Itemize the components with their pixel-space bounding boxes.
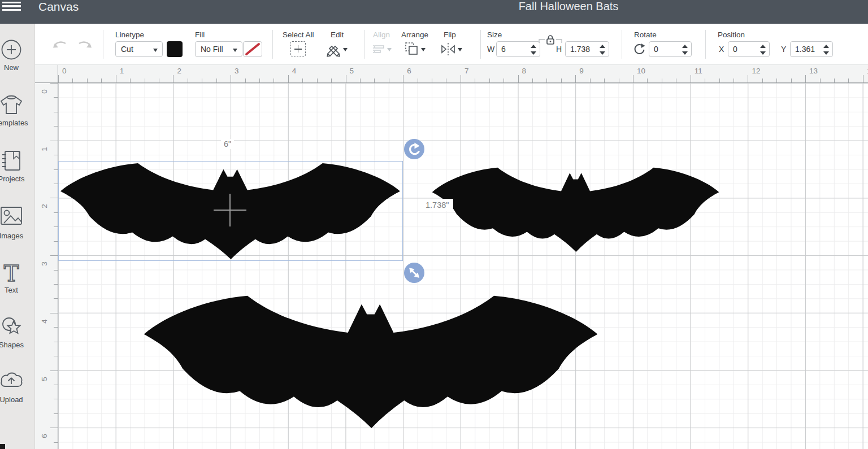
ruler-tick: [546, 79, 547, 82]
hamburger-menu-icon[interactable]: [2, 2, 21, 11]
upload-cloud-icon: [0, 370, 24, 390]
ruler-tick: [231, 75, 231, 82]
chevron-down-icon: [343, 48, 348, 51]
ruler-tick: [87, 79, 88, 82]
ruler-tick: [54, 327, 58, 328]
ruler-number: 11: [695, 67, 702, 75]
text-icon: T: [0, 261, 23, 286]
ruler-tick: [202, 79, 202, 82]
ruler-tick: [54, 270, 58, 271]
redo-icon[interactable]: [76, 38, 93, 53]
select-all-icon[interactable]: [290, 41, 306, 56]
ruler-tick: [590, 79, 591, 82]
canvas-menu-label[interactable]: Canvas: [38, 0, 79, 14]
y-position-input[interactable]: 1.361: [790, 41, 833, 57]
chevron-down-icon: [458, 48, 462, 51]
linetype-select[interactable]: Cut: [115, 41, 163, 57]
ruler-number: 5: [40, 370, 49, 387]
selection-bounding-box[interactable]: [58, 161, 403, 261]
bat-shape-2[interactable]: [431, 167, 720, 252]
divider: [480, 30, 481, 59]
ruler-tick: [54, 241, 58, 242]
ruler-tick: [389, 79, 389, 82]
shapes-icon: [0, 316, 23, 339]
shirt-icon: [0, 94, 24, 116]
x-stepper[interactable]: [760, 44, 766, 55]
divider: [705, 30, 706, 59]
ruler-tick: [54, 442, 58, 443]
linetype-label: Linetype: [115, 30, 144, 39]
ruler-tick: [317, 79, 318, 82]
ruler-tick: [54, 97, 58, 98]
plus-circle-icon: [1, 39, 22, 60]
height-stepper[interactable]: [600, 44, 605, 55]
rotate-handle[interactable]: [403, 138, 425, 160]
resize-handle[interactable]: [403, 262, 425, 284]
image-icon: [0, 206, 23, 226]
ruler-tick: [662, 79, 662, 82]
rotate-stepper[interactable]: [682, 44, 688, 55]
rotate-input[interactable]: 0: [649, 41, 692, 57]
ruler-tick: [446, 79, 446, 82]
width-input[interactable]: 6: [496, 41, 540, 57]
ruler-tick: [54, 399, 58, 399]
rotate-label: Rotate: [634, 30, 657, 39]
ruler-tick: [54, 413, 58, 414]
x-position-input[interactable]: 0: [728, 41, 770, 57]
ruler-tick: [432, 79, 432, 82]
width-stepper[interactable]: [531, 44, 536, 55]
chevron-down-icon: [387, 48, 392, 51]
linetype-color-swatch[interactable]: [167, 41, 183, 57]
ruler-tick: [54, 184, 58, 184]
ruler-tick: [762, 79, 763, 82]
edit-label: Edit: [331, 30, 344, 39]
ruler-tick: [245, 79, 246, 82]
y-stepper[interactable]: [823, 44, 829, 55]
chevron-down-icon: [421, 48, 426, 51]
ruler-tick: [116, 75, 116, 82]
selection-height-label: 1.738": [421, 199, 453, 211]
undo-icon[interactable]: [52, 38, 69, 53]
height-input[interactable]: 1.738: [565, 41, 609, 57]
arrange-button[interactable]: [403, 41, 429, 57]
ruler-number: 12: [752, 67, 760, 75]
no-fill-swatch[interactable]: [243, 41, 262, 57]
height-letter: H: [556, 45, 562, 54]
bat-shape-3[interactable]: [142, 294, 599, 428]
ruler-tick: [188, 79, 188, 82]
ruler-tick: [101, 79, 102, 82]
ruler-number: 3: [40, 255, 49, 272]
cropped-ui-element: [0, 444, 5, 449]
ruler-tick: [691, 75, 691, 82]
ruler-number: 3: [235, 67, 239, 75]
ruler-tick: [461, 75, 461, 82]
ruler-tick: [159, 79, 159, 82]
divider: [622, 30, 622, 59]
selection-width-label: 6": [221, 139, 234, 149]
ruler-tick: [346, 75, 346, 82]
ruler-number: 0: [40, 83, 49, 100]
rotate-icon[interactable]: [633, 42, 646, 56]
ruler-tick: [54, 112, 58, 112]
flip-button[interactable]: [440, 41, 467, 57]
notebook-icon: [0, 149, 23, 172]
ruler-tick: [302, 79, 303, 82]
crosshair-cursor: [229, 194, 231, 226]
ruler-number: 2: [40, 198, 49, 215]
fill-select[interactable]: No Fill: [195, 41, 242, 57]
ruler-tick: [54, 155, 58, 155]
ruler-tick: [805, 75, 806, 82]
edit-button[interactable]: [326, 41, 350, 57]
ruler-tick: [50, 83, 58, 84]
align-lines-icon: [372, 43, 385, 55]
design-canvas[interactable]: 6" 1.738": [58, 83, 868, 449]
ruler-tick: [748, 75, 748, 82]
ruler-tick: [820, 79, 821, 82]
ruler-tick: [360, 79, 361, 82]
ruler-tick: [374, 79, 375, 82]
ruler-tick: [863, 75, 863, 82]
ruler-number: 6: [407, 67, 411, 75]
ruler-tick: [676, 79, 676, 82]
ruler-tick: [145, 79, 145, 82]
project-title[interactable]: Fall Halloween Bats: [519, 0, 619, 13]
